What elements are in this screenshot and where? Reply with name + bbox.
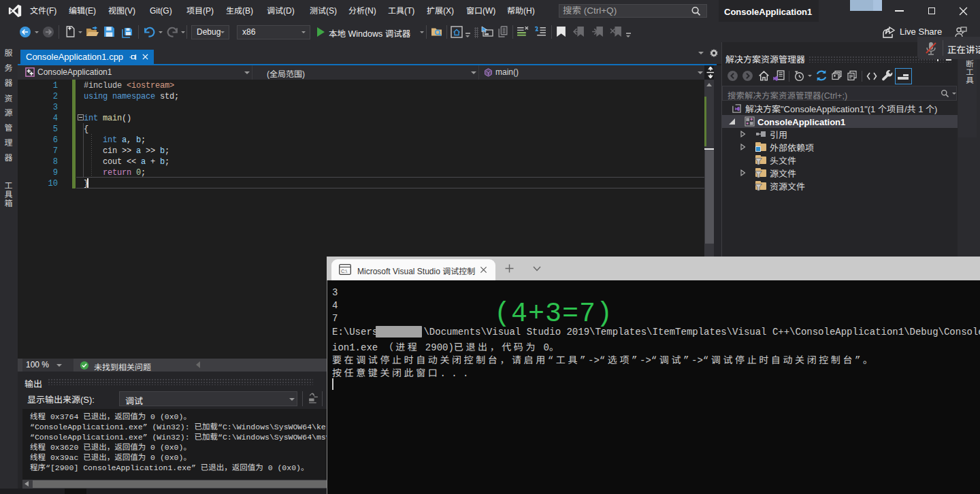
svg-text:C:\: C:\ [341, 269, 347, 274]
